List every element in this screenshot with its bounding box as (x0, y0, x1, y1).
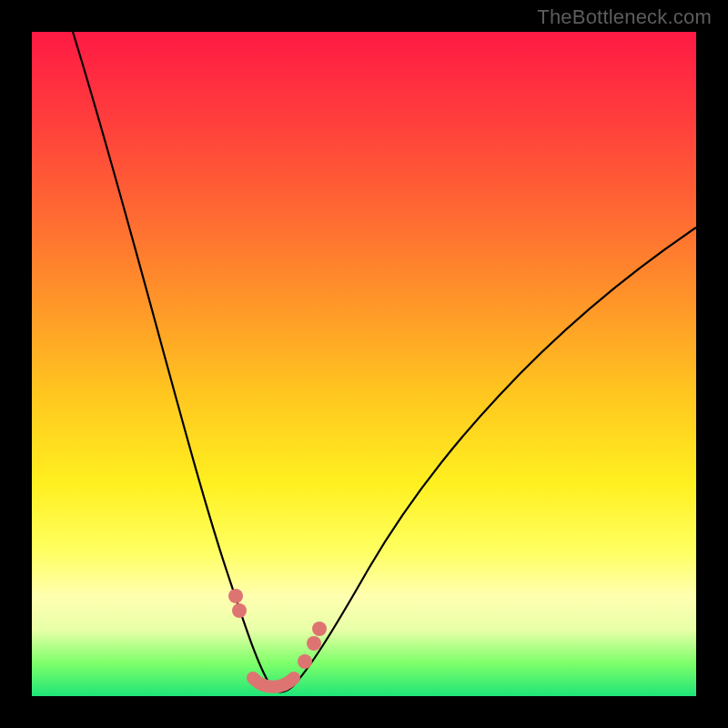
watermark-text: TheBottleneck.com (537, 5, 712, 29)
plot-area (32, 32, 696, 696)
marker-bottom-segment (253, 678, 294, 687)
marker-dot (312, 622, 327, 636)
chart-frame: TheBottleneck.com (0, 0, 728, 728)
marker-dot (228, 589, 243, 603)
bottleneck-curve-svg (32, 32, 696, 696)
marker-dot (232, 603, 247, 618)
bottleneck-curve (73, 32, 696, 692)
marker-dot (307, 636, 321, 651)
marker-dot (298, 654, 312, 669)
